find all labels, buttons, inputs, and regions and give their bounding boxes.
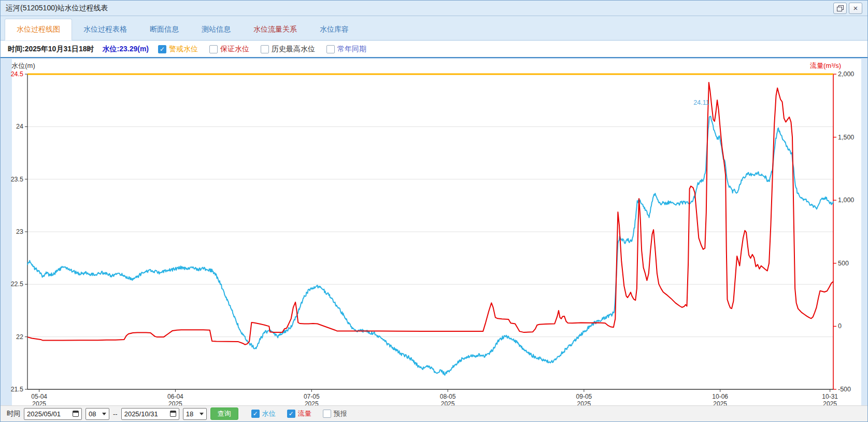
range-separator: -- — [113, 410, 118, 418]
reference-level-toggles: ✓警戒水位保证水位历史最高水位常年同期 — [149, 45, 368, 54]
series-toggle-row: 预报 — [323, 409, 349, 418]
ref-level-row: ✓警戒水位 — [158, 45, 200, 54]
close-button[interactable]: × — [849, 3, 862, 14]
tab-水位过程表格[interactable]: 水位过程表格 — [72, 19, 138, 40]
ref-level-checkbox-历史最高水位[interactable] — [261, 45, 269, 53]
ref-level-row: 保证水位 — [209, 45, 251, 54]
ref-level-row: 历史最高水位 — [261, 45, 317, 54]
current-time-label: 时间:2025年10月31日18时 — [8, 45, 94, 54]
ref-level-checkbox-警戒水位[interactable]: ✓ — [158, 45, 166, 53]
ref-level-label-警戒水位: 警戒水位 — [169, 45, 198, 54]
peak-value-annotation: 24.11 — [693, 99, 709, 106]
left-tick-label: 22 — [16, 333, 23, 341]
right-tick-label: 0 — [838, 322, 842, 330]
bottom-toolbar: 时间 2025/05/01 08 -- 2025/10/31 18 查询 ✓水位… — [1, 405, 867, 421]
ref-level-checkbox-保证水位[interactable] — [209, 45, 218, 53]
x-tick-label: 06-04 — [167, 393, 183, 400]
x-tick-label: 10-31 — [822, 393, 838, 400]
tab-断面信息[interactable]: 断面信息 — [138, 19, 190, 40]
tab-测站信息[interactable]: 测站信息 — [190, 19, 242, 40]
restore-window-button[interactable] — [833, 3, 847, 14]
right-tick-label: 1,000 — [838, 196, 854, 204]
left-tick-label: 23 — [16, 228, 23, 235]
ref-level-row: 常年同期 — [326, 45, 368, 54]
tab-水位库容[interactable]: 水位库容 — [308, 19, 360, 40]
window-title: 运河(51205100)站水位过程线表 — [6, 4, 108, 13]
time-range-label: 时间 — [7, 409, 20, 418]
left-tick-label: 21.5 — [11, 386, 23, 393]
left-axis-title: 水位(m) — [11, 62, 35, 69]
series-toggle-label-水位: 水位 — [262, 409, 276, 418]
tab-水位流量关系[interactable]: 水位流量关系 — [242, 19, 308, 40]
series-toggle-label-流量: 流量 — [298, 409, 311, 418]
right-tick-label: 500 — [838, 260, 849, 267]
query-button[interactable]: 查询 — [210, 407, 238, 420]
series-toggle-row: ✓流量 — [287, 409, 314, 418]
start-date-input[interactable]: 2025/05/01 — [24, 408, 82, 420]
水位-line — [27, 116, 833, 375]
series-toggles: ✓水位✓流量预报 — [242, 409, 349, 418]
close-icon: × — [853, 4, 858, 12]
window-controls: × — [833, 3, 862, 14]
x-tick-label: 09-05 — [576, 393, 592, 400]
chevron-down-icon — [200, 413, 204, 417]
ref-level-label-保证水位: 保证水位 — [220, 45, 249, 54]
chevron-down-icon — [102, 413, 106, 417]
ref-level-checkbox-常年同期[interactable] — [326, 45, 335, 53]
end-date-input[interactable]: 2025/10/31 — [121, 408, 179, 420]
right-tick-label: 2,000 — [838, 71, 854, 78]
x-tick-label: 10-06 — [712, 393, 728, 400]
right-tick-label: 1,500 — [838, 134, 854, 141]
series-toggle-checkbox-水位[interactable]: ✓ — [251, 410, 260, 418]
left-tick-label: 24 — [16, 123, 23, 130]
calendar-icon[interactable] — [73, 411, 79, 417]
tab-bar: 水位过程线图水位过程表格断面信息测站信息水位流量关系水位库容 — [1, 16, 867, 40]
ref-level-label-历史最高水位: 历史最高水位 — [272, 45, 315, 54]
current-stage-label: 水位:23.29(m) — [103, 45, 149, 54]
series-toggle-row: ✓水位 — [251, 409, 278, 418]
series-toggle-label-预报: 预报 — [334, 409, 347, 418]
hydrograph-chart: 水位(m)流量(m³/s)21.52222.52323.52424.5-5000… — [1, 59, 868, 406]
series-toggle-checkbox-流量[interactable]: ✓ — [287, 410, 295, 418]
left-tick-label: 22.5 — [11, 280, 23, 288]
x-tick-label: 05-04 — [31, 393, 47, 400]
restore-icon — [837, 5, 843, 11]
x-tick-label: 07-05 — [304, 393, 320, 400]
calendar-icon[interactable] — [170, 411, 176, 417]
tab-水位过程线图[interactable]: 水位过程线图 — [5, 19, 72, 40]
info-bar: 时间:2025年10月31日18时 水位:23.29(m) ✓警戒水位保证水位历… — [1, 41, 867, 58]
left-tick-label: 23.5 — [11, 176, 23, 183]
right-axis-title: 流量(m³/s) — [810, 62, 841, 69]
chart-area: 水位(m)流量(m³/s)21.52222.52323.52424.5-5000… — [1, 59, 868, 406]
series-toggle-checkbox-预报[interactable] — [323, 410, 331, 418]
start-hour-select[interactable]: 08 — [86, 408, 109, 420]
ref-level-label-常年同期: 常年同期 — [337, 45, 366, 54]
end-hour-select[interactable]: 18 — [183, 408, 207, 420]
station-hydrograph-dialog: 运河(51205100)站水位过程线表 × 水位过程线图水位过程表格断面信息测站… — [0, 0, 868, 422]
left-tick-label: 24.5 — [11, 71, 23, 78]
right-tick-label: -500 — [838, 386, 851, 393]
title-bar: 运河(51205100)站水位过程线表 × — [1, 1, 867, 16]
x-tick-label: 08-05 — [440, 393, 456, 400]
